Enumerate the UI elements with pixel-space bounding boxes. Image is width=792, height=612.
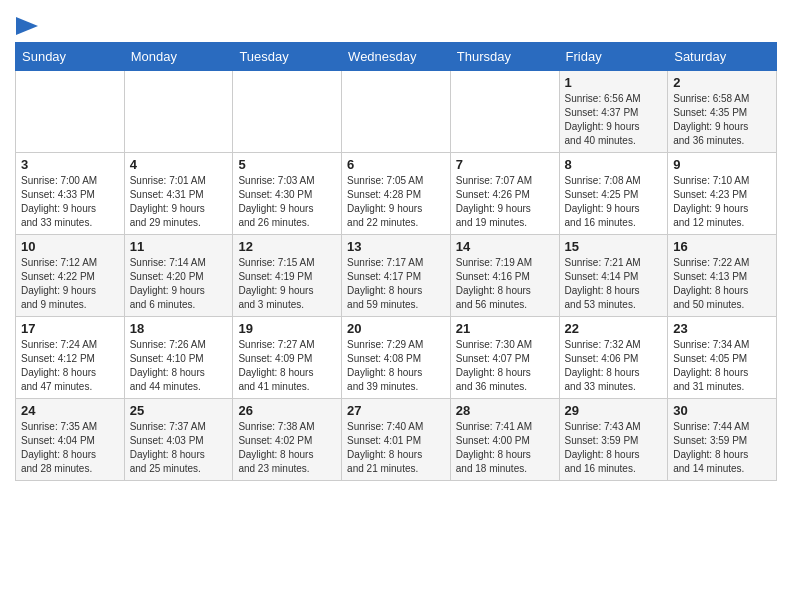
day-info: Sunrise: 7:32 AM Sunset: 4:06 PM Dayligh… (565, 338, 663, 394)
day-cell: 2Sunrise: 6:58 AM Sunset: 4:35 PM Daylig… (668, 70, 777, 152)
day-cell: 26Sunrise: 7:38 AM Sunset: 4:02 PM Dayli… (233, 398, 342, 480)
day-cell: 21Sunrise: 7:30 AM Sunset: 4:07 PM Dayli… (450, 316, 559, 398)
day-info: Sunrise: 6:56 AM Sunset: 4:37 PM Dayligh… (565, 92, 663, 148)
day-number: 13 (347, 239, 445, 254)
day-info: Sunrise: 7:38 AM Sunset: 4:02 PM Dayligh… (238, 420, 336, 476)
day-info: Sunrise: 7:41 AM Sunset: 4:00 PM Dayligh… (456, 420, 554, 476)
logo (15, 15, 38, 34)
header-wednesday: Wednesday (342, 42, 451, 70)
day-cell: 23Sunrise: 7:34 AM Sunset: 4:05 PM Dayli… (668, 316, 777, 398)
logo-text (15, 15, 38, 36)
day-number: 20 (347, 321, 445, 336)
header-sunday: Sunday (16, 42, 125, 70)
day-info: Sunrise: 7:22 AM Sunset: 4:13 PM Dayligh… (673, 256, 771, 312)
header-monday: Monday (124, 42, 233, 70)
header-thursday: Thursday (450, 42, 559, 70)
day-cell: 27Sunrise: 7:40 AM Sunset: 4:01 PM Dayli… (342, 398, 451, 480)
day-number: 8 (565, 157, 663, 172)
day-info: Sunrise: 7:10 AM Sunset: 4:23 PM Dayligh… (673, 174, 771, 230)
week-row-2: 10Sunrise: 7:12 AM Sunset: 4:22 PM Dayli… (16, 234, 777, 316)
day-cell (16, 70, 125, 152)
day-info: Sunrise: 7:03 AM Sunset: 4:30 PM Dayligh… (238, 174, 336, 230)
day-cell: 28Sunrise: 7:41 AM Sunset: 4:00 PM Dayli… (450, 398, 559, 480)
day-number: 6 (347, 157, 445, 172)
day-cell: 12Sunrise: 7:15 AM Sunset: 4:19 PM Dayli… (233, 234, 342, 316)
header-friday: Friday (559, 42, 668, 70)
day-info: Sunrise: 7:34 AM Sunset: 4:05 PM Dayligh… (673, 338, 771, 394)
day-info: Sunrise: 7:08 AM Sunset: 4:25 PM Dayligh… (565, 174, 663, 230)
day-info: Sunrise: 7:21 AM Sunset: 4:14 PM Dayligh… (565, 256, 663, 312)
day-number: 9 (673, 157, 771, 172)
day-cell: 9Sunrise: 7:10 AM Sunset: 4:23 PM Daylig… (668, 152, 777, 234)
calendar-table: SundayMondayTuesdayWednesdayThursdayFrid… (15, 42, 777, 481)
day-number: 27 (347, 403, 445, 418)
day-number: 29 (565, 403, 663, 418)
day-number: 17 (21, 321, 119, 336)
day-info: Sunrise: 6:58 AM Sunset: 4:35 PM Dayligh… (673, 92, 771, 148)
day-number: 14 (456, 239, 554, 254)
day-info: Sunrise: 7:19 AM Sunset: 4:16 PM Dayligh… (456, 256, 554, 312)
day-number: 15 (565, 239, 663, 254)
day-info: Sunrise: 7:37 AM Sunset: 4:03 PM Dayligh… (130, 420, 228, 476)
week-row-1: 3Sunrise: 7:00 AM Sunset: 4:33 PM Daylig… (16, 152, 777, 234)
day-info: Sunrise: 7:05 AM Sunset: 4:28 PM Dayligh… (347, 174, 445, 230)
day-cell: 1Sunrise: 6:56 AM Sunset: 4:37 PM Daylig… (559, 70, 668, 152)
day-cell: 10Sunrise: 7:12 AM Sunset: 4:22 PM Dayli… (16, 234, 125, 316)
day-cell: 13Sunrise: 7:17 AM Sunset: 4:17 PM Dayli… (342, 234, 451, 316)
day-info: Sunrise: 7:43 AM Sunset: 3:59 PM Dayligh… (565, 420, 663, 476)
day-cell: 30Sunrise: 7:44 AM Sunset: 3:59 PM Dayli… (668, 398, 777, 480)
day-number: 25 (130, 403, 228, 418)
day-number: 11 (130, 239, 228, 254)
header-tuesday: Tuesday (233, 42, 342, 70)
day-info: Sunrise: 7:14 AM Sunset: 4:20 PM Dayligh… (130, 256, 228, 312)
header-row: SundayMondayTuesdayWednesdayThursdayFrid… (16, 42, 777, 70)
week-row-0: 1Sunrise: 6:56 AM Sunset: 4:37 PM Daylig… (16, 70, 777, 152)
day-number: 18 (130, 321, 228, 336)
day-cell (233, 70, 342, 152)
day-number: 19 (238, 321, 336, 336)
day-number: 4 (130, 157, 228, 172)
day-number: 26 (238, 403, 336, 418)
week-row-4: 24Sunrise: 7:35 AM Sunset: 4:04 PM Dayli… (16, 398, 777, 480)
day-info: Sunrise: 7:24 AM Sunset: 4:12 PM Dayligh… (21, 338, 119, 394)
day-number: 23 (673, 321, 771, 336)
day-number: 2 (673, 75, 771, 90)
day-number: 21 (456, 321, 554, 336)
day-number: 10 (21, 239, 119, 254)
day-cell (124, 70, 233, 152)
day-info: Sunrise: 7:17 AM Sunset: 4:17 PM Dayligh… (347, 256, 445, 312)
header-saturday: Saturday (668, 42, 777, 70)
day-cell (342, 70, 451, 152)
day-cell: 8Sunrise: 7:08 AM Sunset: 4:25 PM Daylig… (559, 152, 668, 234)
day-number: 28 (456, 403, 554, 418)
day-number: 22 (565, 321, 663, 336)
day-cell: 22Sunrise: 7:32 AM Sunset: 4:06 PM Dayli… (559, 316, 668, 398)
day-cell: 15Sunrise: 7:21 AM Sunset: 4:14 PM Dayli… (559, 234, 668, 316)
day-number: 1 (565, 75, 663, 90)
day-info: Sunrise: 7:00 AM Sunset: 4:33 PM Dayligh… (21, 174, 119, 230)
day-info: Sunrise: 7:07 AM Sunset: 4:26 PM Dayligh… (456, 174, 554, 230)
day-cell: 19Sunrise: 7:27 AM Sunset: 4:09 PM Dayli… (233, 316, 342, 398)
day-cell: 24Sunrise: 7:35 AM Sunset: 4:04 PM Dayli… (16, 398, 125, 480)
day-info: Sunrise: 7:27 AM Sunset: 4:09 PM Dayligh… (238, 338, 336, 394)
day-info: Sunrise: 7:15 AM Sunset: 4:19 PM Dayligh… (238, 256, 336, 312)
day-info: Sunrise: 7:12 AM Sunset: 4:22 PM Dayligh… (21, 256, 119, 312)
day-cell: 17Sunrise: 7:24 AM Sunset: 4:12 PM Dayli… (16, 316, 125, 398)
day-number: 16 (673, 239, 771, 254)
page-header (15, 10, 777, 34)
day-cell: 14Sunrise: 7:19 AM Sunset: 4:16 PM Dayli… (450, 234, 559, 316)
day-cell: 11Sunrise: 7:14 AM Sunset: 4:20 PM Dayli… (124, 234, 233, 316)
day-info: Sunrise: 7:01 AM Sunset: 4:31 PM Dayligh… (130, 174, 228, 230)
day-cell: 4Sunrise: 7:01 AM Sunset: 4:31 PM Daylig… (124, 152, 233, 234)
day-info: Sunrise: 7:26 AM Sunset: 4:10 PM Dayligh… (130, 338, 228, 394)
svg-marker-0 (16, 17, 38, 35)
day-number: 24 (21, 403, 119, 418)
day-number: 5 (238, 157, 336, 172)
day-cell (450, 70, 559, 152)
day-cell: 20Sunrise: 7:29 AM Sunset: 4:08 PM Dayli… (342, 316, 451, 398)
day-number: 7 (456, 157, 554, 172)
day-cell: 29Sunrise: 7:43 AM Sunset: 3:59 PM Dayli… (559, 398, 668, 480)
day-number: 3 (21, 157, 119, 172)
day-info: Sunrise: 7:30 AM Sunset: 4:07 PM Dayligh… (456, 338, 554, 394)
day-info: Sunrise: 7:40 AM Sunset: 4:01 PM Dayligh… (347, 420, 445, 476)
